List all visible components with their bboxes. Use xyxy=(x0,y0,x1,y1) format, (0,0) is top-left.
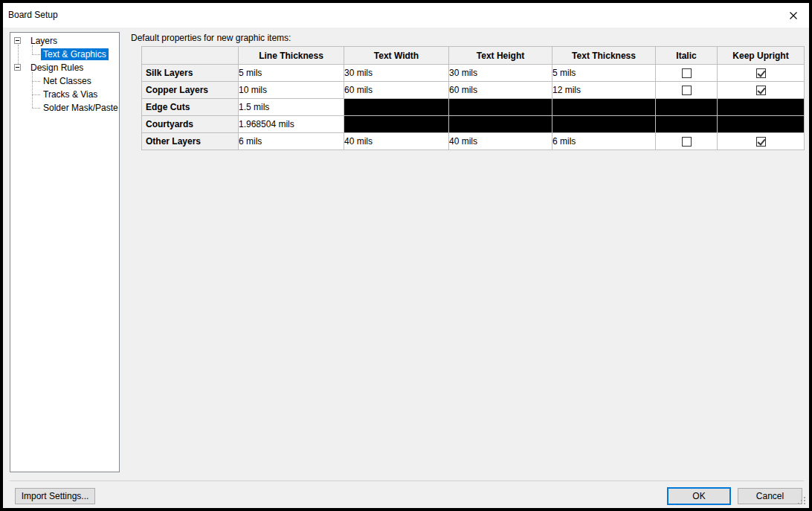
blacked-out-cell xyxy=(718,99,805,116)
corner-header-cell xyxy=(142,47,239,65)
blacked-out-cell xyxy=(449,99,552,116)
tree-item-label: Text & Graphics xyxy=(41,48,109,60)
column-header: Keep Upright xyxy=(718,47,805,65)
table-row: Courtyards1.968504 mils xyxy=(142,116,805,133)
table-row: Copper Layers10 mils60 mils60 mils12 mil… xyxy=(142,82,805,99)
checkbox-cell xyxy=(656,82,718,99)
blacked-out-cell xyxy=(718,116,805,133)
blacked-out-cell xyxy=(656,99,718,116)
table-row: Other Layers6 mils40 mils40 mils6 mils xyxy=(142,133,805,150)
tree-item-label: Tracks & Vias xyxy=(41,89,100,100)
value-cell[interactable]: 10 mils xyxy=(239,82,344,99)
row-header: Copper Layers xyxy=(142,82,239,99)
footer-divider xyxy=(10,481,804,481)
value-cell[interactable]: 40 mils xyxy=(449,133,552,150)
table-row: Silk Layers5 mils30 mils30 mils5 mils xyxy=(142,65,805,82)
value-cell[interactable]: 40 mils xyxy=(344,133,449,150)
cancel-button[interactable]: Cancel xyxy=(738,488,802,504)
graphic-defaults-table-wrap: Line ThicknessText WidthText HeightText … xyxy=(141,46,805,150)
blacked-out-cell xyxy=(552,116,656,133)
value-cell[interactable]: 30 mils xyxy=(449,65,552,82)
blacked-out-cell xyxy=(552,99,656,116)
tree-item-label: Design Rules xyxy=(28,62,86,74)
value-cell[interactable]: 12 mils xyxy=(552,82,656,99)
sidebar-item-text-graphics[interactable]: Text & Graphics xyxy=(10,48,109,61)
checkbox-checked[interactable] xyxy=(756,68,766,78)
checkbox-cell xyxy=(718,133,805,150)
close-icon xyxy=(789,11,798,20)
checkbox-checked[interactable] xyxy=(756,86,766,95)
row-header: Silk Layers xyxy=(142,65,239,82)
checkbox-cell xyxy=(718,82,805,99)
column-header: Text Width xyxy=(344,47,449,65)
import-settings-button[interactable]: Import Settings... xyxy=(15,488,95,504)
column-header: Italic xyxy=(656,47,718,65)
sidebar-item-tracks-vias[interactable]: Tracks & Vias xyxy=(10,88,100,101)
sidebar-item-layers[interactable]: Layers xyxy=(10,34,59,48)
checkbox-cell xyxy=(718,65,805,82)
blacked-out-cell xyxy=(344,99,449,116)
tree-item-label: Solder Mask/Paste xyxy=(41,102,120,114)
row-header: Edge Cuts xyxy=(142,99,239,116)
value-cell[interactable]: 6 mils xyxy=(239,133,344,150)
tree-item-label: Layers xyxy=(28,35,59,47)
window-title: Board Setup xyxy=(8,10,58,20)
table-header-row: Line ThicknessText WidthText HeightText … xyxy=(142,47,805,65)
board-setup-dialog: Board Setup LayersText & GraphicsDesign … xyxy=(0,0,812,511)
tree-collapse-icon[interactable] xyxy=(14,37,21,44)
value-cell[interactable]: 30 mils xyxy=(344,65,449,82)
checkbox-cell xyxy=(656,133,718,150)
value-cell[interactable]: 1.5 mils xyxy=(239,99,344,116)
value-cell[interactable]: 1.968504 mils xyxy=(239,116,344,133)
sidebar-item-solder-mask-paste[interactable]: Solder Mask/Paste xyxy=(10,101,120,115)
tree-item-label: Net Classes xyxy=(41,75,94,87)
value-cell[interactable]: 6 mils xyxy=(552,133,656,150)
settings-tree-panel[interactable]: LayersText & GraphicsDesign RulesNet Cla… xyxy=(10,32,120,472)
blacked-out-cell xyxy=(656,116,718,133)
titlebar[interactable]: Board Setup xyxy=(3,3,809,28)
ok-button[interactable]: OK xyxy=(667,487,731,505)
checkbox-checked[interactable] xyxy=(756,137,766,147)
value-cell[interactable]: 60 mils xyxy=(449,82,552,99)
value-cell[interactable]: 5 mils xyxy=(239,65,344,82)
checkbox-unchecked[interactable] xyxy=(682,137,692,147)
checkbox-unchecked[interactable] xyxy=(682,86,692,95)
checkbox-cell xyxy=(656,65,718,82)
blacked-out-cell xyxy=(449,116,552,133)
close-button[interactable] xyxy=(786,8,801,23)
checkbox-unchecked[interactable] xyxy=(682,68,692,78)
section-label: Default properties for new graphic items… xyxy=(131,33,291,43)
column-header: Text Thickness xyxy=(552,47,656,65)
row-header: Other Layers xyxy=(142,133,239,150)
resize-grip[interactable] xyxy=(797,496,806,505)
table-row: Edge Cuts1.5 mils xyxy=(142,99,805,116)
blacked-out-cell xyxy=(344,116,449,133)
sidebar-item-net-classes[interactable]: Net Classes xyxy=(10,74,94,88)
value-cell[interactable]: 60 mils xyxy=(344,82,449,99)
graphic-defaults-table: Line ThicknessText WidthText HeightText … xyxy=(141,46,805,150)
column-header: Text Height xyxy=(449,47,552,65)
value-cell[interactable]: 5 mils xyxy=(552,65,656,82)
tree-collapse-icon[interactable] xyxy=(14,64,21,71)
row-header: Courtyards xyxy=(142,116,239,133)
column-header: Line Thickness xyxy=(239,47,344,65)
sidebar-item-design-rules[interactable]: Design Rules xyxy=(10,61,86,74)
